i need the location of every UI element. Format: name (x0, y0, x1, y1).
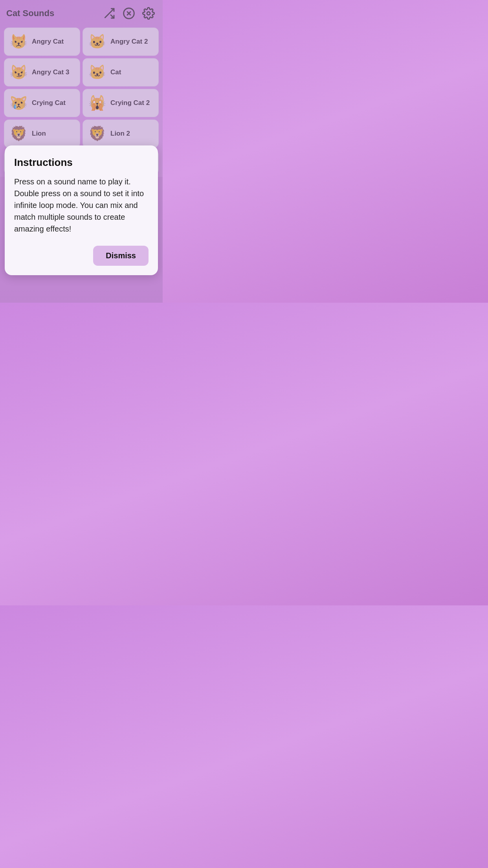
modal-footer: Dismiss (14, 246, 149, 266)
modal-overlay: Instructions Press on a sound name to pl… (0, 0, 163, 303)
instructions-modal: Instructions Press on a sound name to pl… (5, 145, 158, 275)
modal-title: Instructions (14, 156, 149, 169)
dismiss-button[interactable]: Dismiss (93, 246, 149, 266)
modal-body: Press on a sound name to play it. Double… (14, 176, 149, 235)
